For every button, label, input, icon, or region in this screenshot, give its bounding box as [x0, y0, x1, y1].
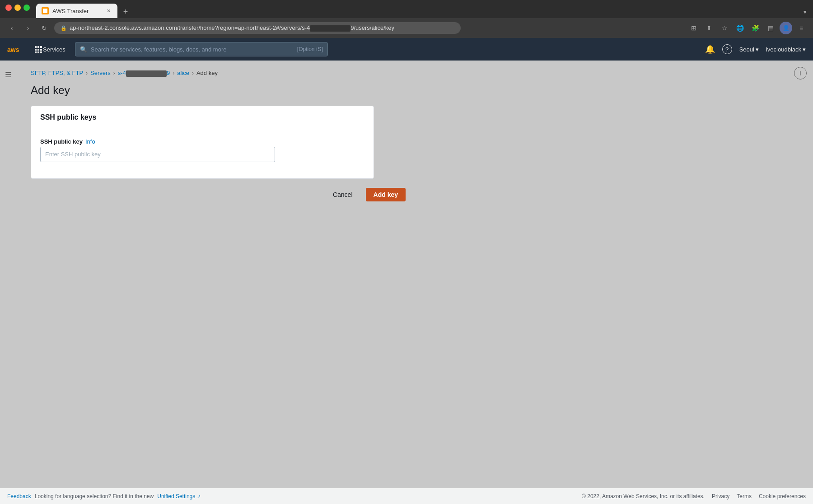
browser-menu-icon[interactable]: ≡ — [795, 22, 808, 34]
main-content: SFTP, FTPS, & FTP › Servers › s-49 › ali… — [16, 61, 813, 488]
window-close-button[interactable] — [5, 5, 12, 11]
extensions-icon[interactable]: 🧩 — [749, 22, 762, 34]
translate-icon[interactable]: 🌐 — [734, 22, 746, 34]
help-icon[interactable]: ? — [722, 44, 732, 54]
card-header-title: SSH public keys — [40, 113, 364, 121]
footer: Feedback Looking for language selection?… — [0, 488, 813, 504]
ssh-key-input[interactable] — [40, 147, 275, 162]
notifications-icon[interactable]: 🔔 — [705, 44, 715, 54]
active-tab[interactable]: AWS Transfer ✕ — [36, 4, 117, 18]
region-selector[interactable]: Seoul ▾ — [739, 46, 759, 53]
ssh-key-field: SSH public key Info — [40, 138, 364, 162]
footer-left: Feedback Looking for language selection?… — [7, 493, 201, 499]
sidebar-icon[interactable]: ▤ — [764, 22, 777, 34]
url-bar[interactable]: 🔒 ap-northeast-2.console.aws.amazon.com/… — [54, 22, 461, 34]
breadcrumb-servers[interactable]: Servers — [90, 70, 111, 76]
user-menu-button[interactable]: ivecloudblack ▾ — [766, 46, 806, 53]
breadcrumb-sep-4: › — [192, 70, 194, 76]
region-label: Seoul — [739, 46, 754, 53]
footer-copyright: © 2022, Amazon Web Services, Inc. or its… — [582, 493, 705, 499]
breadcrumb-sep-3: › — [173, 70, 174, 76]
services-menu-button[interactable]: Services — [31, 44, 70, 55]
unified-settings-link[interactable]: Unified Settings ↗ — [157, 493, 200, 499]
breadcrumb-sftp[interactable]: SFTP, FTPS, & FTP — [31, 70, 83, 76]
back-button[interactable]: ‹ — [5, 22, 18, 34]
aws-header: aws Services 🔍 [Option+S] 🔔 ? Seoul ▾ iv… — [0, 38, 813, 61]
footer-message: Looking for language selection? Find it … — [35, 493, 154, 499]
page-title: Add key — [31, 84, 799, 97]
refresh-button[interactable]: ↻ — [38, 22, 51, 34]
search-shortcut: [Option+S] — [297, 46, 323, 52]
tab-close-button[interactable]: ✕ — [105, 7, 112, 14]
url-text: ap-northeast-2.console.aws.amazon.com/tr… — [70, 24, 394, 32]
breadcrumb-user[interactable]: alice — [177, 70, 189, 76]
services-label: Services — [43, 46, 65, 53]
user-chevron-icon: ▾ — [803, 46, 806, 53]
card-body: SSH public key Info — [31, 129, 374, 178]
footer-right: © 2022, Amazon Web Services, Inc. or its… — [582, 493, 806, 499]
cancel-button[interactable]: Cancel — [325, 188, 360, 201]
feedback-link[interactable]: Feedback — [7, 493, 31, 499]
svg-text:aws: aws — [7, 46, 19, 53]
header-right: 🔔 ? Seoul ▾ ivecloudblack ▾ — [705, 44, 806, 54]
tab-favicon — [42, 7, 49, 14]
external-link-icon: ↗ — [197, 494, 201, 499]
bookmark-icon[interactable]: ☆ — [718, 22, 731, 34]
info-link[interactable]: Info — [85, 138, 95, 145]
user-profile-icon[interactable]: 👤 — [780, 22, 792, 34]
tab-title: AWS Transfer — [52, 8, 101, 14]
window-minimize-button[interactable] — [14, 5, 21, 11]
sidebar-toggle[interactable]: ☰ — [5, 70, 11, 79]
breadcrumb-server-id[interactable]: s-49 — [118, 70, 170, 77]
forward-button[interactable]: › — [22, 22, 34, 34]
security-icon: 🔒 — [61, 25, 67, 31]
breadcrumb-sep-2: › — [113, 70, 115, 76]
new-tab-button[interactable]: + — [119, 5, 132, 18]
ssh-key-label: SSH public key Info — [40, 138, 364, 145]
window-maximize-button[interactable] — [23, 5, 30, 11]
ssh-keys-card: SSH public keys SSH public key Info — [31, 106, 374, 179]
breadcrumb: SFTP, FTPS, & FTP › Servers › s-49 › ali… — [31, 70, 799, 77]
search-input[interactable] — [91, 46, 294, 53]
user-label: ivecloudblack — [766, 46, 801, 53]
breadcrumb-current: Add key — [196, 70, 218, 76]
add-key-button[interactable]: Add key — [366, 188, 406, 201]
tab-menu-button[interactable]: ▾ — [800, 9, 813, 18]
card-header: SSH public keys — [31, 106, 374, 129]
action-buttons: Cancel Add key — [31, 188, 406, 201]
terms-link[interactable]: Terms — [737, 493, 752, 499]
share-icon[interactable]: ⬆ — [703, 22, 715, 34]
region-chevron-icon: ▾ — [756, 46, 759, 53]
privacy-link[interactable]: Privacy — [712, 493, 729, 499]
reader-view-icon[interactable]: ⊞ — [687, 22, 700, 34]
info-panel-icon[interactable]: i — [794, 67, 807, 79]
search-icon: 🔍 — [80, 46, 87, 53]
cookie-preferences-link[interactable]: Cookie preferences — [759, 493, 806, 499]
aws-logo[interactable]: aws — [7, 43, 25, 55]
breadcrumb-sep-1: › — [86, 70, 88, 76]
global-search-bar[interactable]: 🔍 [Option+S] — [75, 42, 328, 56]
